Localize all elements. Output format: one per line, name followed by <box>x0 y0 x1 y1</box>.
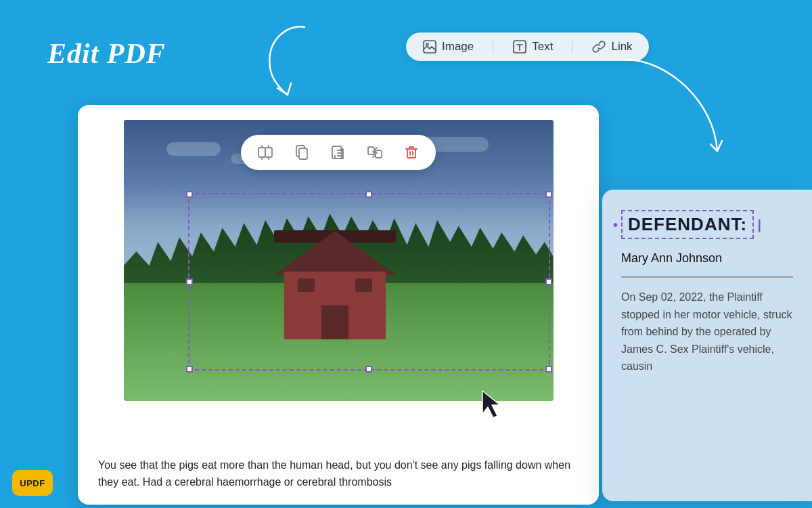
toolbar-divider-1 <box>493 39 493 54</box>
toolbar-item-text[interactable]: Text <box>512 39 553 54</box>
convert-button[interactable] <box>364 142 386 163</box>
arrow-down-icon <box>250 17 338 102</box>
toolbar-image-label: Image <box>442 40 474 54</box>
updf-logo: UPDF <box>12 470 53 496</box>
page-title: Edit PDF <box>47 37 166 70</box>
svg-point-1 <box>426 43 428 45</box>
image-icon <box>422 39 437 54</box>
top-area: Edit PDF Image <box>0 0 812 108</box>
pdf-body-text: You see that the pigs eat more than the … <box>98 457 579 491</box>
cursor-arrow <box>480 388 504 423</box>
svg-rect-9 <box>376 150 382 158</box>
logo-text: UPDF <box>20 478 45 488</box>
cloud-1 <box>166 142 221 156</box>
text-icon <box>512 39 527 54</box>
barn <box>274 231 396 339</box>
svg-rect-4 <box>265 148 272 157</box>
barn-window-left <box>298 278 315 292</box>
image-toolbar <box>241 135 436 170</box>
toolbar-divider-2 <box>572 39 572 54</box>
barn-window-right <box>355 278 372 292</box>
pdf-card: You see that the pigs eat more than the … <box>78 105 599 505</box>
pdf-image-area <box>124 120 554 401</box>
barn-door <box>321 305 348 339</box>
delete-button[interactable] <box>401 142 422 163</box>
svg-rect-7 <box>332 146 342 158</box>
defendant-label: DEFENDANT: <box>621 210 754 239</box>
svg-rect-6 <box>299 148 307 159</box>
defendant-name: Mary Ann Johnson <box>621 251 793 278</box>
barn-roof <box>274 231 396 275</box>
defendant-body-text: On Sep 02, 2022, the Plaintiff stopped i… <box>621 289 793 375</box>
toolbar-item-image[interactable]: Image <box>422 39 474 54</box>
toolbar-text-label: Text <box>532 40 553 54</box>
pdf-text-content: You see that the pigs eat more than the … <box>98 459 570 488</box>
svg-rect-0 <box>424 41 436 53</box>
link-icon <box>591 39 606 54</box>
arrow-right-icon <box>612 46 748 182</box>
svg-rect-8 <box>368 147 374 154</box>
right-card: DEFENDANT: Mary Ann Johnson On Sep 02, 2… <box>602 190 812 501</box>
crop-button[interactable] <box>291 142 313 163</box>
svg-rect-10 <box>407 149 415 158</box>
replace-button[interactable] <box>254 142 276 163</box>
barn-body <box>284 272 386 339</box>
svg-rect-3 <box>258 148 265 157</box>
extract-button[interactable] <box>328 142 349 163</box>
